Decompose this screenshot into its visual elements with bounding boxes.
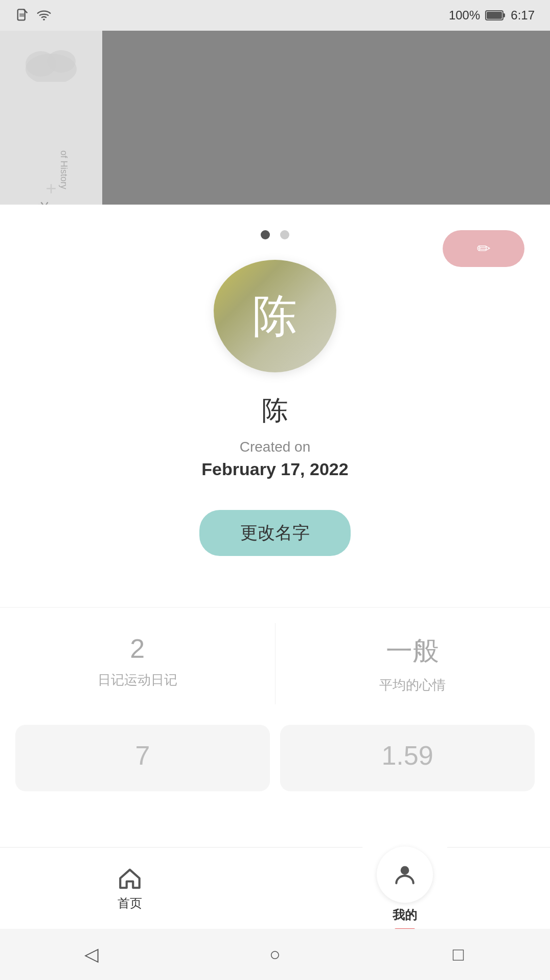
- status-bar: 100% 6:17: [0, 0, 550, 31]
- svg-rect-6: [503, 13, 505, 17]
- svg-rect-5: [487, 12, 502, 19]
- back-button[interactable]: ◁: [76, 939, 107, 970]
- mood-stat: 一般 平均的心情: [276, 623, 551, 704]
- cards-section: 7 1.59: [0, 715, 550, 791]
- book-section: 弟 of History +: [0, 31, 550, 205]
- android-home-button[interactable]: ○: [260, 939, 290, 970]
- svg-point-10: [401, 866, 409, 875]
- book-cover-right: [102, 31, 550, 205]
- status-right: 100% 6:17: [449, 8, 535, 23]
- android-home-icon: ○: [269, 944, 281, 965]
- battery-icon: [485, 10, 506, 21]
- main-content: 弟 of History + ✏ 陈 陈 Created on February…: [0, 31, 550, 941]
- home-label: 首页: [118, 895, 142, 911]
- card-2-value: 1.59: [381, 740, 433, 771]
- person-icon: [392, 862, 418, 887]
- home-icon: [117, 865, 143, 891]
- wifi-icon: [36, 8, 52, 23]
- bottom-nav: 首页 我的: [0, 847, 550, 929]
- svg-point-3: [43, 18, 45, 20]
- nav-profile[interactable]: 我的: [356, 841, 453, 936]
- change-name-button[interactable]: 更改名字: [199, 510, 351, 556]
- status-left-icons: [15, 8, 52, 23]
- mood-label: 平均的心情: [379, 676, 446, 694]
- cloud-decoration: [18, 41, 84, 82]
- file-icon: [15, 8, 30, 23]
- avatar-section: 陈 陈 Created on February 17, 2022 更改名字: [0, 255, 550, 607]
- book-cover-inner: 弟 of History +: [0, 31, 102, 205]
- svg-point-9: [47, 50, 76, 73]
- dot-2: [280, 230, 289, 239]
- avatar-character: 陈: [253, 286, 297, 347]
- svg-rect-0: [18, 9, 25, 20]
- back-icon: ◁: [84, 944, 99, 965]
- nav-home[interactable]: 首页: [97, 860, 163, 917]
- created-on-date: February 17, 2022: [201, 459, 348, 479]
- profile-name: 陈: [262, 393, 288, 429]
- diary-stat: 2 日记运动日记: [0, 623, 276, 704]
- card-1: 7: [15, 725, 270, 791]
- edit-button[interactable]: ✏: [443, 230, 524, 267]
- clock-time: 6:17: [511, 8, 535, 23]
- card-1-value: 7: [135, 740, 150, 771]
- diary-count: 2: [130, 633, 145, 664]
- created-on-label: Created on: [240, 439, 311, 455]
- plus-icon: +: [45, 178, 56, 199]
- recent-button[interactable]: □: [443, 939, 474, 970]
- profile-label: 我的: [393, 907, 417, 923]
- battery-percent: 100%: [449, 8, 480, 23]
- mood-value: 一般: [386, 633, 439, 669]
- recent-icon: □: [453, 944, 464, 965]
- pencil-icon: ✏: [477, 239, 491, 258]
- avatar: 陈: [214, 260, 336, 372]
- card-2: 1.59: [280, 725, 535, 791]
- book-cover-left: 弟 of History +: [0, 31, 102, 205]
- stats-section: 2 日记运动日记 一般 平均的心情: [0, 607, 550, 715]
- dot-1: [261, 230, 270, 239]
- android-nav: ◁ ○ □: [0, 929, 550, 980]
- diary-label: 日记运动日记: [98, 671, 177, 689]
- profile-nav-circle: [377, 847, 433, 903]
